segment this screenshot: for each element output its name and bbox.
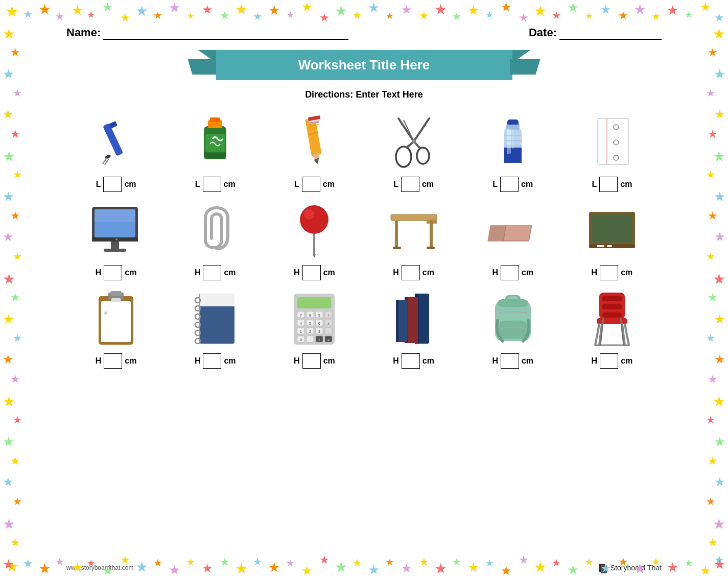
directions-text: Directions: Enter Text Here xyxy=(305,89,423,100)
chair-image xyxy=(584,291,640,347)
pen-box[interactable] xyxy=(103,177,122,192)
paperclip-box[interactable] xyxy=(203,265,221,280)
item-books: H cm xyxy=(364,287,463,373)
scissors-unit: cm xyxy=(422,180,434,189)
chair-measure: H cm xyxy=(592,353,633,369)
calculator-box[interactable] xyxy=(302,353,321,369)
svg-point-22 xyxy=(412,139,416,143)
pencil-unit: cm xyxy=(323,180,335,189)
svg-rect-31 xyxy=(504,145,522,147)
svg-rect-131 xyxy=(597,318,627,324)
svg-rect-63 xyxy=(607,245,612,247)
item-chalkboard: H cm xyxy=(562,199,662,284)
backpack-image xyxy=(485,291,541,347)
notebook-unit: cm xyxy=(620,180,632,189)
scissors-label: L xyxy=(393,180,398,189)
svg-text:9: 9 xyxy=(318,314,320,317)
item-pushpin: H cm xyxy=(265,199,364,284)
glue-label: L xyxy=(195,180,200,189)
water-bottle-box[interactable] xyxy=(500,177,519,192)
books-label: H xyxy=(393,356,399,366)
item-chair: H cm xyxy=(562,287,662,373)
date-label: Date: xyxy=(529,26,662,40)
eraser-measure: H cm xyxy=(492,265,533,280)
chalkboard-box[interactable] xyxy=(600,265,618,280)
date-line[interactable] xyxy=(559,26,662,40)
monitor-label: H xyxy=(96,268,102,277)
logo-text: Storyboard That xyxy=(610,564,662,572)
eraser-box[interactable] xyxy=(501,265,519,280)
clipboard-image xyxy=(88,291,144,347)
spiral-notebook-image xyxy=(187,291,243,347)
item-clipboard: H cm xyxy=(66,287,166,373)
svg-rect-52 xyxy=(430,221,433,249)
spiral-notebook-box[interactable] xyxy=(203,353,221,369)
chair-box[interactable] xyxy=(600,353,618,369)
paperclip-measure: H cm xyxy=(195,265,236,280)
monitor-box[interactable] xyxy=(104,265,122,280)
svg-rect-68 xyxy=(111,298,121,302)
notebook-label: L xyxy=(592,180,597,189)
notebook-box[interactable] xyxy=(599,177,618,192)
glue-image xyxy=(187,114,243,171)
eraser-label: H xyxy=(492,268,498,277)
title-banner: Worksheet Title Here xyxy=(216,50,512,80)
svg-point-45 xyxy=(304,209,314,220)
pencil-box[interactable] xyxy=(302,177,320,192)
backpack-box[interactable] xyxy=(501,353,519,369)
svg-text:x: x xyxy=(328,322,330,325)
glue-box[interactable] xyxy=(203,177,221,192)
svg-rect-128 xyxy=(602,296,622,301)
svg-text:3: 3 xyxy=(318,330,320,333)
spiral-notebook-label: H xyxy=(195,356,201,366)
monitor-measure: H cm xyxy=(96,265,137,280)
svg-marker-47 xyxy=(313,254,316,258)
calculator-measure: H cm xyxy=(294,353,335,369)
name-label: Name: xyxy=(66,26,348,40)
svg-point-18 xyxy=(396,147,411,167)
item-backpack: H cm xyxy=(463,287,562,373)
monitor-unit: cm xyxy=(125,268,136,277)
clipboard-box[interactable] xyxy=(104,353,122,369)
chair-unit: cm xyxy=(621,356,632,366)
svg-rect-62 xyxy=(597,245,604,247)
backpack-label: H xyxy=(492,356,498,366)
clipboard-label: H xyxy=(96,356,102,366)
books-unit: cm xyxy=(422,356,434,366)
chair-label: H xyxy=(592,356,598,366)
item-pen: L cm xyxy=(66,110,166,196)
item-pencil: L cm xyxy=(265,110,364,196)
notebook-measure: L cm xyxy=(592,177,632,192)
row-1-grid: L cm xyxy=(66,110,662,196)
item-glue: L cm xyxy=(166,110,265,196)
svg-rect-42 xyxy=(92,237,138,242)
pushpin-box[interactable] xyxy=(302,265,321,280)
svg-rect-80 xyxy=(297,297,331,308)
svg-rect-130 xyxy=(602,312,622,318)
scissors-box[interactable] xyxy=(401,177,419,192)
item-water-bottle: L cm xyxy=(463,110,562,196)
directions: Directions: Enter Text Here xyxy=(66,89,662,100)
svg-rect-0 xyxy=(103,123,123,156)
desk-box[interactable] xyxy=(402,265,420,280)
scissors-measure: L cm xyxy=(393,177,434,192)
logo: Storyboard That xyxy=(598,563,662,573)
watermark: www.storyboardthat.com xyxy=(66,564,133,571)
pushpin-label: H xyxy=(294,268,300,277)
desk-image xyxy=(386,203,442,259)
desk-unit: cm xyxy=(422,268,434,277)
chalkboard-image xyxy=(584,203,640,259)
water-bottle-measure: L cm xyxy=(492,177,533,192)
title-banner-container: Worksheet Title Here xyxy=(66,50,662,80)
glue-unit: cm xyxy=(224,180,236,189)
svg-text:0: 0 xyxy=(300,338,302,342)
name-line[interactable] xyxy=(103,26,348,40)
calculator-unit: cm xyxy=(323,356,335,366)
water-bottle-unit: cm xyxy=(521,180,533,189)
svg-text:5: 5 xyxy=(309,322,311,325)
books-box[interactable] xyxy=(402,353,420,369)
backpack-measure: H cm xyxy=(492,353,533,369)
pencil-image xyxy=(286,114,342,171)
svg-rect-129 xyxy=(602,304,622,309)
backpack-unit: cm xyxy=(522,356,533,366)
